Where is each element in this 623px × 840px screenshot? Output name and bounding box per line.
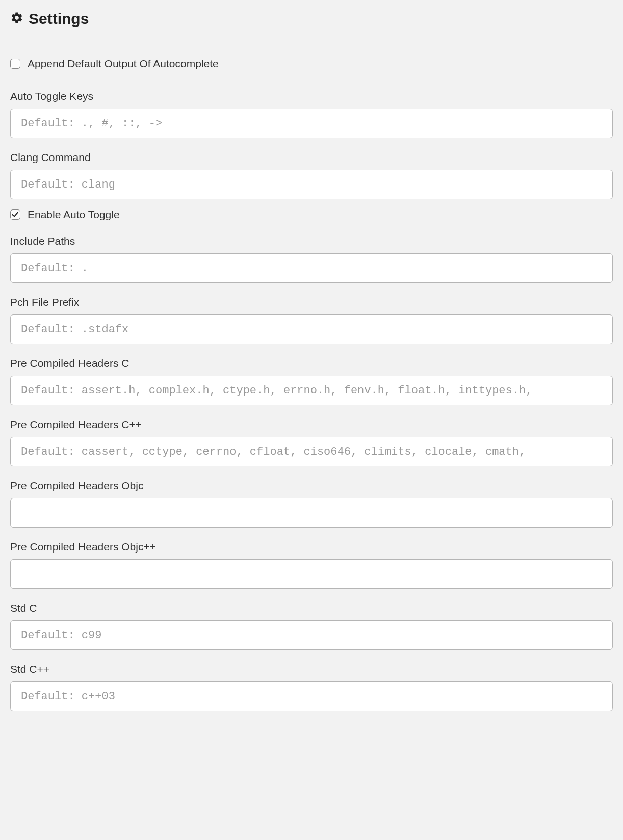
pre-compiled-headers-objcpp-label: Pre Compiled Headers Objc++ xyxy=(10,541,613,553)
std-c-input[interactable] xyxy=(10,620,613,650)
std-cpp-input[interactable] xyxy=(10,681,613,711)
include-paths-label: Include Paths xyxy=(10,235,613,247)
clang-command-input[interactable] xyxy=(10,170,613,199)
pch-file-prefix-setting: Pch File Prefix xyxy=(10,296,613,344)
page-title: Settings xyxy=(29,10,89,28)
pre-compiled-headers-c-input[interactable] xyxy=(10,376,613,405)
clang-command-label: Clang Command xyxy=(10,151,613,164)
std-cpp-setting: Std C++ xyxy=(10,663,613,711)
auto-toggle-keys-label: Auto Toggle Keys xyxy=(10,90,613,102)
append-default-output-checkbox[interactable] xyxy=(10,59,20,69)
pre-compiled-headers-objcpp-setting: Pre Compiled Headers Objc++ xyxy=(10,541,613,589)
pre-compiled-headers-objc-label: Pre Compiled Headers Objc xyxy=(10,480,613,492)
std-c-setting: Std C xyxy=(10,602,613,650)
pre-compiled-headers-c-label: Pre Compiled Headers C xyxy=(10,357,613,370)
include-paths-setting: Include Paths xyxy=(10,235,613,283)
auto-toggle-keys-input[interactable] xyxy=(10,109,613,138)
enable-auto-toggle-label[interactable]: Enable Auto Toggle xyxy=(28,208,120,221)
pre-compiled-headers-cpp-input[interactable] xyxy=(10,437,613,466)
auto-toggle-keys-setting: Auto Toggle Keys xyxy=(10,90,613,138)
enable-auto-toggle-setting: Enable Auto Toggle xyxy=(10,208,613,221)
pre-compiled-headers-objc-input[interactable] xyxy=(10,498,613,528)
include-paths-input[interactable] xyxy=(10,253,613,283)
enable-auto-toggle-checkbox[interactable] xyxy=(10,209,20,220)
pre-compiled-headers-cpp-label: Pre Compiled Headers C++ xyxy=(10,418,613,431)
pre-compiled-headers-cpp-setting: Pre Compiled Headers C++ xyxy=(10,418,613,466)
settings-header: Settings xyxy=(10,10,613,37)
pre-compiled-headers-objc-setting: Pre Compiled Headers Objc xyxy=(10,480,613,528)
std-c-label: Std C xyxy=(10,602,613,614)
pch-file-prefix-input[interactable] xyxy=(10,314,613,344)
append-default-output-setting: Append Default Output Of Autocomplete xyxy=(10,58,613,70)
pre-compiled-headers-objcpp-input[interactable] xyxy=(10,559,613,589)
clang-command-setting: Clang Command xyxy=(10,151,613,199)
gear-icon xyxy=(10,11,23,27)
std-cpp-label: Std C++ xyxy=(10,663,613,675)
append-default-output-label[interactable]: Append Default Output Of Autocomplete xyxy=(28,58,219,70)
pch-file-prefix-label: Pch File Prefix xyxy=(10,296,613,308)
pre-compiled-headers-c-setting: Pre Compiled Headers C xyxy=(10,357,613,405)
